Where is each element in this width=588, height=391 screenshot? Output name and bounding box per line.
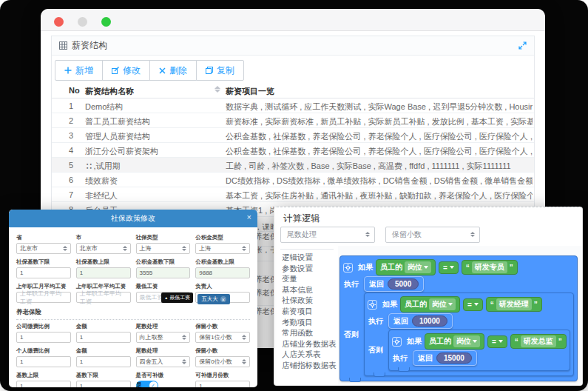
logic-menu-item[interactable]: 基本信息	[282, 284, 339, 295]
field-dropdown[interactable]: 岗位	[453, 335, 480, 347]
text-input[interactable]: 1	[76, 381, 131, 387]
number-block[interactable]: 10000	[412, 315, 447, 327]
toggle-switch[interactable]: 是	[136, 381, 158, 387]
employee-field-block[interactable]: 员工的岗位	[400, 296, 460, 313]
divider	[280, 249, 334, 250]
if-block[interactable]: 如果员工的岗位=“研发经理”执行返回10000否则如果员工的岗位=“研发总监”执…	[364, 293, 574, 376]
if-block[interactable]: 如果员工的岗位=“研发总监”执行返回15000	[388, 330, 570, 371]
toolbar-button-copy[interactable]: 复制	[196, 60, 244, 81]
row-items: 工龄 , 司龄 , 补签次数 , Base , 实际Base , 高温费 , f…	[226, 161, 533, 172]
minimize-traffic-light[interactable]	[78, 17, 87, 27]
string-value[interactable]: 研发专员	[472, 261, 507, 273]
text-input[interactable]: 1	[195, 381, 250, 387]
logic-menu-item[interactable]: 变量	[282, 273, 339, 284]
string-block[interactable]: “研发总监”	[510, 334, 567, 349]
gear-icon[interactable]	[392, 337, 402, 347]
subject-label: 员工的	[380, 262, 402, 273]
tag-remove-icon[interactable]: ✕	[220, 296, 226, 302]
keep-decimals-select[interactable]: 保留小数	[385, 227, 480, 243]
field-select[interactable]: 四舍五入	[136, 356, 191, 367]
text-input[interactable]: 1	[16, 267, 71, 278]
occluded-row-fragment: ，课时	[254, 222, 274, 233]
string-block[interactable]: “研发专员”	[462, 260, 518, 275]
employee-field-block[interactable]: 员工的岗位	[376, 259, 436, 275]
employee-field-block[interactable]: 员工的岗位	[425, 333, 484, 350]
field-select[interactable]: 北京市	[76, 243, 131, 254]
logic-menu-item[interactable]: 考勤项目	[282, 317, 339, 328]
field-省: 省北京市	[16, 232, 71, 254]
text-input[interactable]: 1	[16, 332, 71, 343]
operator-block[interactable]: =	[439, 261, 459, 274]
field-公司缴费比例: 公司缴费比例1	[16, 321, 71, 343]
field-dropdown[interactable]: 岗位	[405, 261, 431, 273]
if-block[interactable]: 如果员工的岗位=“研发专员”执行返回5000否则如果员工的岗位=“研发经理”执行…	[339, 255, 578, 381]
if-header-row: 如果员工的岗位=“研发专员”	[343, 259, 574, 275]
field-label: 基数上限	[16, 372, 71, 379]
text-input[interactable]: 9888	[195, 267, 250, 278]
field-select[interactable]: 保留1位小数	[195, 332, 250, 343]
field-基数下限: 基数下限1	[76, 370, 131, 387]
field-尾数处理: 尾数处理四舍五入	[136, 345, 191, 367]
logic-menu-item[interactable]: 逻辑设置	[282, 252, 339, 263]
toolbar-button-add[interactable]: 新增	[55, 60, 103, 81]
close-icon[interactable]: ×	[247, 213, 251, 221]
number-block[interactable]: 15000	[436, 352, 472, 364]
tail-processing-select[interactable]: 尾数处理	[280, 227, 375, 243]
open-quote: “	[490, 301, 494, 309]
logic-menu-item[interactable]: 社保政策	[282, 295, 339, 306]
string-value[interactable]: 研发总监	[521, 335, 556, 347]
table-row[interactable]: 4浙江分公司薪资架构公积金基数 , 社保基数 , 养老保险公司 , 养老保险个人…	[52, 143, 534, 158]
table-row[interactable]: 6绩效薪资DC绩效指标 , DS绩效指标 , 微单绩效指标 , DC销售金额 ,…	[52, 173, 534, 187]
field-label: 保留小数	[195, 323, 250, 330]
expand-icon[interactable]	[518, 41, 527, 50]
return-block[interactable]: 返回5000	[364, 276, 424, 292]
field-select[interactable]: 北京市	[16, 243, 71, 254]
table-row[interactable]: 1Demo结构数据字典 , 测试循环 , 应工作天数测试 , 实际Wage Ba…	[52, 98, 534, 113]
tag-input[interactable]: 五大大✕	[195, 292, 250, 303]
string-block[interactable]: “研发经理”	[486, 297, 542, 312]
operator-block[interactable]: =	[487, 335, 507, 348]
logic-menu-item[interactable]: 常用函数	[282, 327, 339, 338]
text-input[interactable]: 1	[76, 356, 131, 367]
text-input[interactable]: 上年职工年平均工资	[76, 292, 131, 303]
field-select[interactable]: 上海	[136, 243, 191, 254]
zoom-traffic-light[interactable]	[101, 17, 111, 27]
text-input[interactable]: 1	[76, 332, 131, 343]
logic-menu-item[interactable]: 店铺指标数据表	[282, 360, 339, 371]
field-label: 社保基数上限	[76, 258, 131, 266]
string-value[interactable]: 研发经理	[496, 298, 532, 310]
operator-block[interactable]: =	[463, 298, 483, 311]
table-row[interactable]: 5∷ ,试用期工龄 , 司龄 , 补签次数 , Base , 实际Base , …	[52, 158, 534, 173]
gear-icon[interactable]	[368, 300, 377, 310]
field-金额: 金额1	[76, 321, 131, 343]
number-block[interactable]: 5000	[388, 278, 419, 290]
field-select[interactable]: 上海	[195, 243, 250, 254]
table-row[interactable]: 2普工员工薪资结构薪资标准 , 实际薪资标准 , 新员工补贴 , 实际新员工补贴…	[52, 113, 534, 128]
text-input[interactable]: 上年职工月平均工资	[16, 292, 71, 303]
subject-label: 员工的	[429, 336, 451, 347]
blockly-canvas[interactable]: 如果员工的岗位=“研发专员”执行返回5000否则如果员工的岗位=“研发经理”执行…	[338, 246, 582, 385]
table-grid-icon	[59, 41, 67, 50]
logic-menu-item[interactable]: 参数设置	[282, 263, 339, 274]
close-traffic-light[interactable]	[54, 17, 64, 27]
table-row[interactable]: 7非经纪人基本工资 , 实际住房补贴 , 通讯补贴 , 夜班补贴 , 缺勤扣款 …	[52, 187, 534, 202]
text-input[interactable]: 3555	[136, 267, 191, 278]
table-row[interactable]: 3管理人员薪资结构公积金基数 , 社保基数 , 养老保险公司 , 养老保险个人 …	[52, 128, 534, 143]
sort-icon[interactable]	[214, 86, 220, 93]
text-input[interactable]: 1	[16, 381, 71, 387]
toolbar-button-delete[interactable]: 删除	[149, 60, 197, 81]
toolbar-button-modify[interactable]: 修改	[102, 60, 150, 81]
field-dropdown[interactable]: 岗位	[429, 298, 456, 310]
logic-menu-item[interactable]: 薪资项目	[282, 306, 339, 317]
text-input[interactable]: 1	[16, 356, 71, 367]
logic-menu-item[interactable]: 人店关系表	[282, 349, 339, 360]
logic-menu-item[interactable]: 店铺业务数据表	[282, 338, 339, 350]
field-select[interactable]: 向上取整	[136, 332, 191, 343]
text-input[interactable]: 1	[76, 267, 131, 278]
return-block[interactable]: 返回10000	[388, 313, 453, 329]
gear-icon[interactable]	[343, 263, 353, 273]
return-block[interactable]: 返回15000	[413, 350, 477, 366]
select-arrows-icon	[242, 246, 246, 251]
field-select[interactable]: 保留0位小数	[195, 356, 250, 367]
field-label: 社保基数下限	[16, 258, 71, 266]
